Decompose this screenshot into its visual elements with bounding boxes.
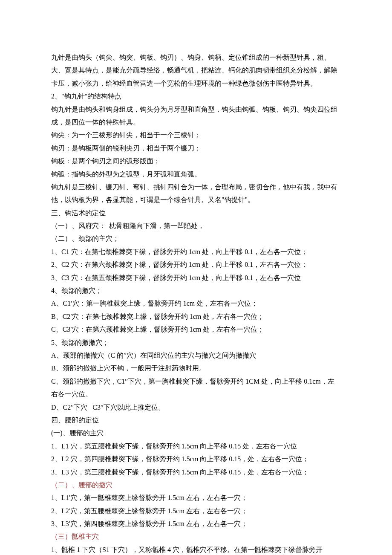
text-line: 四、腰部的定位 (51, 414, 341, 427)
text-line: 2、"钩九针"的结构特点 (51, 90, 341, 103)
text-line: 1、L1 穴，第五腰椎棘突下缘，督脉旁开约 1.5cm 向上平移 0.15 处，… (51, 440, 341, 453)
text-line: （二）、腰部的撤穴 (51, 479, 341, 491)
text-line: 钩九针是由钩头和钩身组成，钩头分为月牙型和直角型，钩头由钩弧、钩板、钩刃、钩尖四… (51, 103, 341, 129)
text-line: 2、L2 穴，第四腰椎棘突下缘，督脉旁开约 1.5cm 向上平移 0.15，处，… (51, 453, 341, 465)
text-line: 2、C2 穴：在第六颈椎棘突下缘，督脉旁开约 1cm 处，向上平移 0.1，左右… (51, 258, 341, 271)
text-line: 钩尖：为一个三棱形的针尖，相当于一个三棱针； (51, 129, 341, 142)
text-line: （二）、颈部的主穴； (51, 232, 341, 245)
text-line: 三、钩活术的定位 (51, 207, 341, 220)
text-line: 钩弧：指钩头的外型为之弧型，月牙弧和直角弧。 (51, 168, 341, 181)
text-line: 3、C3 穴：在第五颈椎棘突下缘，督脉旁开约 1cm 处，向上平移 0.1，左右… (51, 272, 341, 284)
text-line: C、颈部的撤撤下穴，C1′′下穴，第一胸椎棘突下缘，督脉旁开约 1CM 处，向上… (51, 375, 341, 401)
text-line: （三）骶椎主穴 (51, 530, 341, 543)
text-line: 1、L1′穴，第一骶椎棘突上缘督脉旁开 1.5cm 左右，左右各一穴； (51, 491, 341, 504)
text-line: (一)、腰部的主穴 (51, 427, 341, 439)
text-line: C、C3′穴：在第六颈椎棘突上缘，督脉旁开约 1cm 处，左右各一穴位； (51, 323, 341, 336)
text-line: 3、L3′穴，第四腰椎棘突上缘督脉旁开 1.5cm 左右，左右各一穴； (51, 517, 341, 530)
text-line: A、颈部的撤撤穴（C 的′′穴）在同组穴位的主穴与撤穴之间为撤撤穴 (51, 349, 341, 362)
text-line: A、C1′穴：第一胸椎棘突上缘，督脉旁开约 1cm 处，左右各一穴位； (51, 297, 341, 310)
text-line: D、C2′′下穴 C3′′下穴以此上推定位。 (51, 401, 341, 414)
text-line: 3、L3 穴，第三腰椎棘突下缘，督脉旁开约 1.5cm 向上平移 0.15，处，… (51, 466, 341, 479)
text-line: B、C2′穴：在第七颈椎棘突上缘，督脉旁开约 1cm 处，左右各一穴位； (51, 310, 341, 323)
text-line: 钩板：是两个钩刃之间的弧形版面； (51, 155, 341, 168)
document-page: 九针是由钩头（钩尖、钩突、钩板、钩刃）、钩身、钩柄、定位锥组成的一种新型针具，粗… (0, 0, 392, 555)
text-line: 5、颈部的撤撤穴； (51, 336, 341, 349)
text-line: （一）、风府穴： 枕骨粗隆向下滑，第一凹陷处， (51, 220, 341, 232)
text-line: 4、颈部的撤穴； (51, 284, 341, 297)
text-line: 1、骶椎 1 下穴（S1 下穴），又称骶椎 4 穴，骶椎穴不平移。在第一骶椎棘突… (51, 543, 341, 555)
text-line: 钩刃：是钩板两侧的锐利尖刃，相当于两个镰刀； (51, 142, 341, 155)
text-line: B、颈部的撤撤上穴不钩，一般用于注射药物时用。 (51, 362, 341, 375)
text-line: 钩九针是三棱针、镰刀针、弯针、挑针四针合为一体，合理布局，密切合作，他中有我，我… (51, 181, 341, 207)
text-line: 1、C1 穴：在第七颈椎棘突下缘，督脉旁开约 1cm 处，向上平移 0.1，左右… (51, 246, 341, 258)
text-line: 九针是由钩头（钩尖、钩突、钩板、钩刃）、钩身、钩柄、定位锥组成的一种新型针具，粗… (51, 51, 341, 90)
text-line: 2、L2′穴，第五腰椎棘突上缘督脉旁开 1.5cm 左右，左右各一穴； (51, 505, 341, 517)
document-body: 九针是由钩头（钩尖、钩突、钩板、钩刃）、钩身、钩柄、定位锥组成的一种新型针具，粗… (51, 51, 341, 555)
